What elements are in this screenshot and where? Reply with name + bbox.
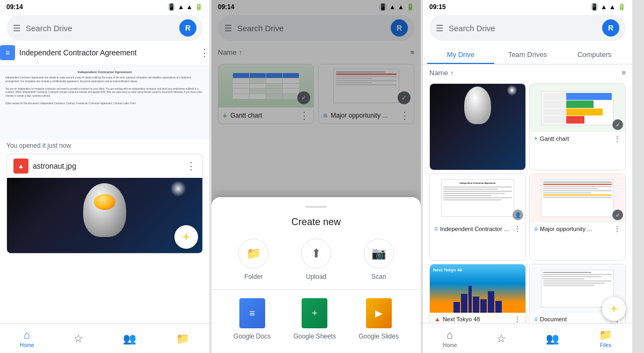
- sheet-action-folder[interactable]: 📁 Folder: [238, 239, 268, 280]
- image-icon-3b: ▲: [434, 315, 441, 323]
- tab-computers[interactable]: Computers: [561, 45, 628, 64]
- nav-home-label-3: Home: [443, 342, 457, 348]
- building-6: [495, 301, 502, 313]
- sheet-action-upload[interactable]: ⬆ Upload: [301, 239, 331, 280]
- fab-button-1[interactable]: +: [174, 225, 198, 249]
- building-3: [473, 297, 479, 313]
- grid-view-icon-3[interactable]: ≡: [621, 69, 626, 77]
- file-item-astronaut-3[interactable]: ▲ astronaut.jpg ⋮: [429, 83, 526, 170]
- home-icon-3: ⌂: [447, 329, 453, 341]
- tokyo-name-row-3: ▲ Next Tokyo 48: [434, 315, 480, 323]
- mini-last-3: [541, 270, 614, 307]
- building-1: [453, 302, 460, 313]
- mini-contractor-3: Independent Contractor Agreement: [441, 179, 514, 217]
- people-icon-3: 👥: [546, 332, 559, 345]
- file-item-gantt-3[interactable]: ✓ + Gantt chart ⋮: [529, 83, 626, 170]
- file-grid-3: ▲ astronaut.jpg ⋮ ✓ + Gantt ch: [423, 81, 632, 353]
- contractor-info-3: ≡ Independent Contractor ... ⋮: [430, 222, 525, 235]
- panel-3: 09:15 📳 ▲ ▲ 🔋 ☰ Search Drive R My Drive …: [423, 0, 632, 353]
- major-name-row-3: ≡ Major opportunity ...: [534, 225, 592, 233]
- status-bar-3: 09:15 📳 ▲ ▲ 🔋: [423, 0, 632, 13]
- doc-preview-text-1: Independent Contractor Agreements are si…: [5, 76, 204, 105]
- slides-app-icon: ▶: [366, 298, 392, 328]
- sheet-app-slides[interactable]: ▶ Google Slides: [358, 298, 399, 340]
- folder-icon-1: 📁: [176, 332, 189, 345]
- tokyo-more-3[interactable]: ⋮: [514, 315, 521, 323]
- docs-icon-3c: ≡: [534, 315, 538, 323]
- tokyo-thumb-3: Next Tokyo 48: [430, 264, 525, 313]
- major-thumb-3: ✓: [530, 174, 625, 222]
- vibrate-icon: 📳: [167, 3, 175, 11]
- folder-action-icon: 📁: [238, 239, 268, 269]
- signal-icon: ▲: [186, 3, 193, 11]
- nav-starred-1[interactable]: ☆: [74, 332, 83, 345]
- contractor-more-3[interactable]: ⋮: [514, 225, 521, 233]
- gantt-name-row-3: + Gantt chart: [534, 135, 569, 142]
- panel-2: 09:14 📳 ▲ ▲ 🔋 ☰ Search Drive R Name ↑ ≡: [211, 0, 421, 353]
- astro-figure-3: [464, 87, 491, 124]
- search-input-1[interactable]: Search Drive: [26, 24, 174, 33]
- bottom-nav-3: ⌂ Home ☆ 👥 📁 Files: [423, 323, 632, 353]
- docs-icon-3b: ≡: [534, 225, 538, 233]
- nav-files-3[interactable]: 📁 Files: [599, 328, 612, 348]
- contractor-check-3: 👤: [513, 210, 523, 220]
- doc-card-1[interactable]: ≡ Independent Contractor Agreement ⋮ Ind…: [0, 45, 209, 140]
- nav-home-1[interactable]: ⌂ Home: [20, 329, 34, 348]
- light-burst-1: [170, 181, 186, 197]
- star-icon-3: ☆: [496, 332, 506, 345]
- sheet-handle-2[interactable]: [305, 206, 327, 208]
- major-more-3[interactable]: ⋮: [613, 225, 621, 233]
- scan-action-label: Scan: [371, 273, 386, 280]
- tokyo-text-3: Next Tokyo 48: [433, 268, 462, 272]
- tab-team-drives[interactable]: Team Drives: [494, 45, 561, 64]
- sheets-app-icon: +: [302, 298, 327, 328]
- hamburger-icon-3[interactable]: ☰: [436, 23, 443, 33]
- upload-action-label: Upload: [306, 273, 326, 280]
- mini-gantt-3: [541, 91, 613, 125]
- status-time-1: 09:14: [6, 3, 23, 11]
- avatar-3[interactable]: R: [602, 19, 619, 37]
- status-bar-1: 09:14 📳 ▲ ▲ 🔋: [0, 0, 209, 13]
- hamburger-icon-1[interactable]: ☰: [13, 23, 20, 33]
- sort-bar-3: Name ↑ ≡: [423, 64, 632, 81]
- sheets-icon-3: +: [534, 135, 538, 142]
- file-item-contractor-3[interactable]: Independent Contractor Agreement 👤 ≡ Ind…: [429, 174, 526, 261]
- folder-action-label: Folder: [244, 273, 262, 280]
- tab-my-drive[interactable]: My Drive: [427, 45, 494, 64]
- avatar-1[interactable]: R: [179, 19, 196, 37]
- sort-name-row-3[interactable]: Name ↑: [429, 69, 453, 77]
- more-menu-doc-1[interactable]: ⋮: [200, 47, 209, 59]
- search-input-3[interactable]: Search Drive: [449, 24, 597, 33]
- img-card-1[interactable]: ▲ astronaut.jpg ⋮ +: [6, 154, 203, 254]
- sheet-action-scan[interactable]: 📷 Scan: [364, 239, 394, 280]
- signal-icon-3: ▲: [609, 3, 616, 11]
- fab-button-3[interactable]: +: [602, 297, 626, 321]
- upload-action-icon: ⬆: [301, 239, 331, 269]
- gantt-more-3[interactable]: ⋮: [613, 134, 621, 143]
- major-check-3: ✓: [612, 210, 623, 220]
- wifi-icon: ▲: [178, 3, 184, 11]
- search-bar-1[interactable]: ☰ Search Drive R: [6, 15, 203, 41]
- search-bar-3[interactable]: ☰ Search Drive R: [429, 15, 626, 41]
- tokyo-name-3: Next Tokyo 48: [443, 316, 480, 322]
- astronaut-info-3: ▲ astronaut.jpg ⋮: [430, 170, 525, 170]
- slides-app-label: Google Slides: [358, 333, 399, 340]
- nav-files-1[interactable]: 📁: [176, 332, 189, 345]
- sort-text-3: Name: [429, 69, 448, 77]
- nav-files-label-3: Files: [600, 342, 611, 348]
- nav-shared-3[interactable]: 👥: [546, 332, 559, 345]
- file-item-major-3[interactable]: ✓ ≡ Major opportunity ... ⋮: [529, 174, 626, 261]
- tab-my-drive-label: My Drive: [447, 51, 474, 59]
- astronaut-image-1: +: [7, 178, 202, 253]
- image-icon-1: ▲: [13, 159, 28, 174]
- contractor-preview-title-3: Independent Contractor Agreement: [443, 182, 512, 184]
- sheet-app-sheets[interactable]: + Google Sheets: [294, 298, 336, 340]
- sheet-app-docs[interactable]: ≡ Google Docs: [233, 298, 270, 340]
- nav-starred-3[interactable]: ☆: [496, 332, 506, 345]
- building-2: [461, 294, 467, 313]
- more-menu-img-1[interactable]: ⋮: [186, 160, 196, 172]
- sheet-actions-2: 📁 Folder ⬆ Upload 📷 Scan: [211, 239, 421, 289]
- nav-home-3[interactable]: ⌂ Home: [443, 329, 457, 348]
- vibrate-icon-3: 📳: [590, 3, 598, 11]
- nav-shared-1[interactable]: 👥: [123, 332, 136, 345]
